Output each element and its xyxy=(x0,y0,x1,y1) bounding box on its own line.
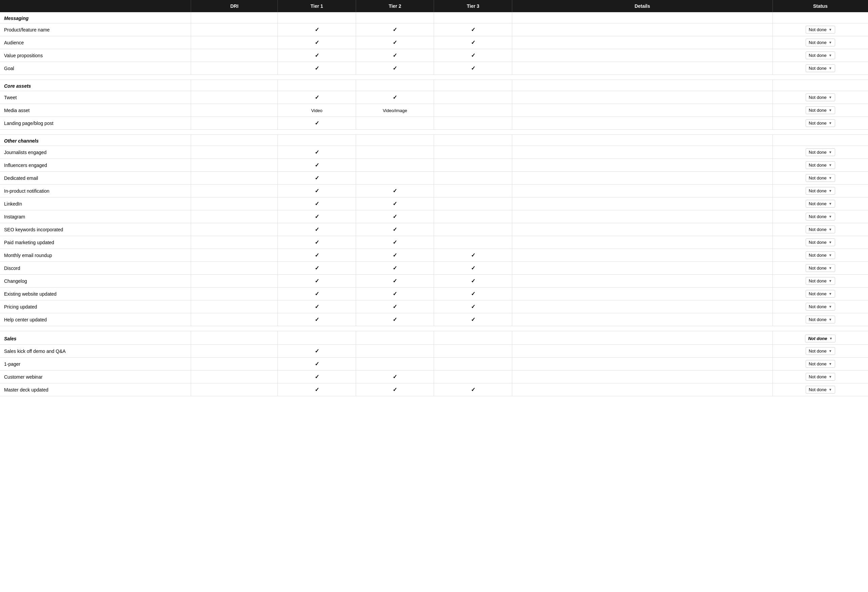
table-row: Journalists engaged ✓ Not done ▼ xyxy=(0,146,868,159)
table-row: Pricing updated ✓ ✓ ✓ Not done ▼ xyxy=(0,300,868,313)
check-icon: ✓ xyxy=(315,361,319,367)
col-header-tier3: Tier 3 xyxy=(434,0,512,12)
row-label: Sales kick off demo and Q&A xyxy=(0,345,191,358)
status-cell: Not done ▼ xyxy=(772,104,868,117)
row-label: Monthly email roundup xyxy=(0,249,191,262)
row-label: Dedicated email xyxy=(0,172,191,184)
row-label: Journalists engaged xyxy=(0,146,191,159)
status-dropdown[interactable]: Not done ▼ xyxy=(806,225,835,233)
status-dropdown[interactable]: Not done ▼ xyxy=(806,200,835,208)
table-row: Changelog ✓ ✓ ✓ Not done ▼ xyxy=(0,275,868,287)
tier3-cell xyxy=(434,371,512,383)
status-cell: Not done ▼ xyxy=(772,184,868,197)
check-icon: ✓ xyxy=(315,265,319,271)
status-dropdown[interactable]: Not done ▼ xyxy=(806,52,835,59)
dropdown-arrow-icon: ▼ xyxy=(829,176,832,180)
dri-cell xyxy=(191,197,278,210)
tier3-cell xyxy=(434,104,512,117)
tier1-cell: ✓ xyxy=(278,300,356,313)
status-label: Not done xyxy=(809,304,827,309)
tier2-cell: ✓ xyxy=(356,210,434,223)
status-cell: Not done ▼ xyxy=(772,172,868,184)
tier2-cell xyxy=(356,172,434,184)
status-dropdown[interactable]: Not done ▼ xyxy=(806,148,835,156)
check-icon: ✓ xyxy=(315,239,319,245)
dri-cell xyxy=(191,249,278,262)
tier3-cell: ✓ xyxy=(434,24,512,36)
check-icon: ✓ xyxy=(315,374,319,380)
check-icon: ✓ xyxy=(315,278,319,284)
check-icon: ✓ xyxy=(315,348,319,354)
check-icon: ✓ xyxy=(393,291,397,297)
tier1-cell: ✓ xyxy=(278,210,356,223)
tier3-cell xyxy=(434,146,512,159)
status-dropdown[interactable]: Not done ▼ xyxy=(806,64,835,72)
status-label: Not done xyxy=(809,214,827,219)
cell-value: Video xyxy=(311,108,323,113)
table-row: Value propositions ✓ ✓ ✓ Not done ▼ xyxy=(0,49,868,62)
launch-checklist-table: DRI Tier 1 Tier 2 Tier 3 Details Status … xyxy=(0,0,868,396)
dri-cell xyxy=(191,358,278,371)
status-cell: Not done ▼ xyxy=(772,146,868,159)
row-label: LinkedIn xyxy=(0,197,191,210)
tier1-cell: ✓ xyxy=(278,36,356,49)
status-dropdown[interactable]: Not done ▼ xyxy=(806,316,835,323)
status-label: Not done xyxy=(809,27,827,32)
status-cell: Not done ▼ xyxy=(772,223,868,236)
section-title: Messaging xyxy=(0,12,191,24)
row-label: Landing page/blog post xyxy=(0,117,191,130)
status-dropdown[interactable]: Not done ▼ xyxy=(806,38,835,46)
details-cell xyxy=(512,104,773,117)
dri-cell xyxy=(191,371,278,383)
dri-cell xyxy=(191,275,278,287)
tier1-cell: ✓ xyxy=(278,146,356,159)
dropdown-arrow-icon: ▼ xyxy=(829,66,832,70)
tier2-cell: ✓ xyxy=(356,313,434,326)
check-icon: ✓ xyxy=(471,387,475,393)
dropdown-arrow-icon: ▼ xyxy=(829,305,832,309)
status-dropdown[interactable]: Not done ▼ xyxy=(806,239,835,246)
status-dropdown[interactable]: Not done ▼ xyxy=(806,251,835,259)
status-dropdown[interactable]: Not done ▼ xyxy=(806,360,835,368)
status-dropdown[interactable]: Not done ▼ xyxy=(806,93,835,101)
tier3-cell: ✓ xyxy=(434,249,512,262)
status-dropdown[interactable]: Not done ▼ xyxy=(806,187,835,195)
check-icon: ✓ xyxy=(471,291,475,297)
section-header-other-channels: Other channels xyxy=(0,135,868,146)
row-label: In-product notification xyxy=(0,184,191,197)
dropdown-arrow-icon: ▼ xyxy=(829,266,832,270)
tier1-cell: ✓ xyxy=(278,249,356,262)
table-row: Landing page/blog post ✓ Not done ▼ xyxy=(0,117,868,130)
status-dropdown[interactable]: Not done ▼ xyxy=(806,277,835,285)
cell-value: Video/image xyxy=(383,108,407,113)
tier2-cell: ✓ xyxy=(356,383,434,396)
status-dropdown[interactable]: Not done ▼ xyxy=(806,373,835,381)
check-icon: ✓ xyxy=(471,278,475,284)
status-dropdown[interactable]: Not done ▼ xyxy=(806,347,835,355)
tier3-cell xyxy=(434,159,512,172)
status-dropdown[interactable]: Not done ▼ xyxy=(806,106,835,114)
tier1-cell: ✓ xyxy=(278,236,356,249)
status-dropdown[interactable]: Not done ▼ xyxy=(806,213,835,221)
status-label: Not done xyxy=(809,175,827,181)
status-label: Not done xyxy=(809,40,827,45)
status-label: Not done xyxy=(809,108,827,113)
check-icon: ✓ xyxy=(393,374,397,380)
tier2-cell: ✓ xyxy=(356,236,434,249)
tier1-cell: ✓ xyxy=(278,117,356,130)
status-label: Not done xyxy=(809,201,827,206)
dropdown-arrow-icon: ▼ xyxy=(830,337,833,340)
dropdown-arrow-icon: ▼ xyxy=(829,228,832,231)
status-dropdown[interactable]: Not done ▼ xyxy=(805,334,836,342)
status-dropdown[interactable]: Not done ▼ xyxy=(806,161,835,169)
status-dropdown[interactable]: Not done ▼ xyxy=(806,386,835,393)
section-title: Other channels xyxy=(0,135,191,146)
status-dropdown[interactable]: Not done ▼ xyxy=(806,26,835,34)
status-dropdown[interactable]: Not done ▼ xyxy=(806,119,835,127)
status-dropdown[interactable]: Not done ▼ xyxy=(806,174,835,182)
status-dropdown[interactable]: Not done ▼ xyxy=(806,290,835,298)
status-dropdown[interactable]: Not done ▼ xyxy=(806,303,835,311)
status-dropdown[interactable]: Not done ▼ xyxy=(806,264,835,272)
table-row: Tweet ✓ ✓ Not done ▼ xyxy=(0,91,868,104)
spacer-row xyxy=(0,75,868,80)
